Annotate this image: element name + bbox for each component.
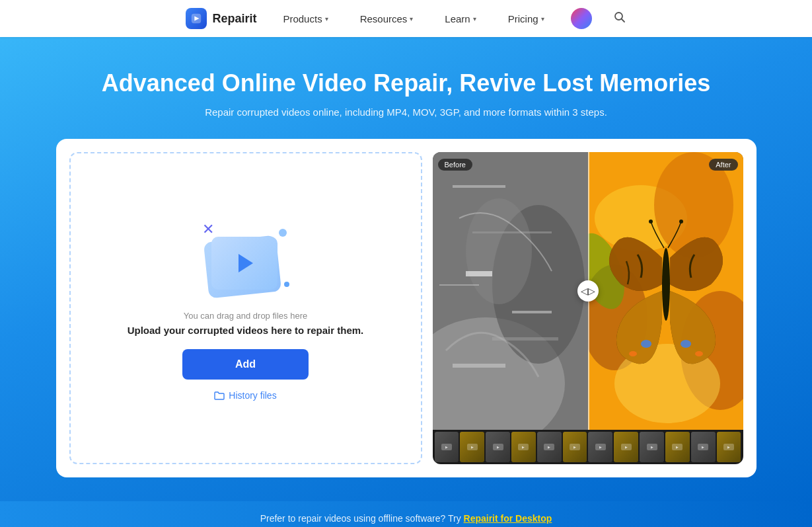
after-panel: After bbox=[588, 152, 743, 430]
hero-title: Advanced Online Video Repair, Revive Los… bbox=[13, 69, 799, 97]
folder-icon bbox=[214, 391, 225, 400]
nav-resources-label: Resources bbox=[360, 13, 408, 24]
desktop-link[interactable]: Repairit for Desktop bbox=[464, 513, 552, 524]
upload-panel[interactable]: ✕ You can drag and drop files here Uploa… bbox=[69, 152, 422, 464]
svg-rect-7 bbox=[453, 185, 505, 188]
film-thumb-6 bbox=[563, 432, 587, 462]
svg-point-24 bbox=[641, 340, 651, 348]
svg-rect-9 bbox=[439, 284, 479, 286]
svg-point-23 bbox=[679, 220, 683, 223]
svg-point-21 bbox=[662, 248, 670, 321]
svg-point-22 bbox=[649, 220, 653, 223]
navbar: Repairit Products ▾ Resources ▾ Learn ▾ … bbox=[0, 0, 812, 37]
video-repair-icon: ✕ bbox=[200, 216, 292, 295]
footer-text: Prefer to repair videos using offline so… bbox=[260, 513, 464, 524]
nav-pricing[interactable]: Pricing ▾ bbox=[503, 11, 550, 27]
before-badge: Before bbox=[438, 159, 472, 171]
filmstrip bbox=[433, 430, 743, 464]
film-thumb-4 bbox=[511, 432, 536, 462]
drag-drop-text: You can drag and drop files here bbox=[184, 311, 307, 321]
film-thumb-7 bbox=[588, 432, 612, 462]
main-card: ✕ You can drag and drop files here Uploa… bbox=[56, 139, 757, 477]
chevron-down-icon: ▾ bbox=[541, 15, 544, 22]
compare-handle[interactable]: ◁▷ bbox=[577, 280, 599, 302]
nav-products-label: Products bbox=[283, 13, 322, 24]
nav-resources[interactable]: Resources ▾ bbox=[355, 11, 419, 27]
svg-point-26 bbox=[681, 340, 691, 348]
chevron-down-icon: ▾ bbox=[473, 15, 476, 22]
film-thumb-2 bbox=[460, 432, 484, 462]
hero-subtitle: Repair corrupted videos online, includin… bbox=[13, 106, 799, 118]
after-badge: After bbox=[709, 159, 737, 171]
logo-text: Repairit bbox=[212, 12, 256, 26]
avatar[interactable] bbox=[571, 8, 592, 29]
svg-point-25 bbox=[629, 351, 637, 356]
film-thumb-9 bbox=[640, 432, 664, 462]
compare-area: Before ◁▷ bbox=[433, 152, 743, 430]
before-image bbox=[433, 152, 588, 430]
nav-learn[interactable]: Learn ▾ bbox=[439, 11, 481, 27]
film-thumb-5 bbox=[537, 432, 562, 462]
svg-rect-11 bbox=[466, 271, 492, 276]
svg-rect-13 bbox=[453, 364, 505, 368]
history-files-link[interactable]: History files bbox=[214, 390, 276, 401]
film-thumb-12 bbox=[717, 432, 741, 462]
upload-prompt: Upload your corrupted videos here to rep… bbox=[128, 325, 364, 336]
after-image bbox=[588, 152, 743, 430]
search-icon[interactable] bbox=[613, 11, 626, 27]
hero-section: Advanced Online Video Repair, Revive Los… bbox=[0, 37, 812, 501]
nav-products[interactable]: Products ▾ bbox=[277, 11, 333, 27]
chevron-down-icon: ▾ bbox=[325, 15, 328, 22]
svg-point-27 bbox=[695, 351, 703, 356]
film-thumb-3 bbox=[486, 432, 510, 462]
film-thumb-10 bbox=[665, 432, 690, 462]
chevron-down-icon: ▾ bbox=[410, 15, 413, 22]
before-panel: Before bbox=[433, 152, 588, 430]
logo-icon bbox=[186, 8, 207, 29]
svg-point-6 bbox=[466, 198, 532, 304]
logo[interactable]: Repairit bbox=[186, 8, 256, 29]
film-thumb-8 bbox=[614, 432, 638, 462]
add-button[interactable]: Add bbox=[182, 349, 309, 380]
nav-pricing-label: Pricing bbox=[508, 13, 538, 24]
svg-rect-12 bbox=[512, 311, 552, 313]
film-thumb-11 bbox=[691, 432, 716, 462]
svg-rect-8 bbox=[472, 231, 552, 233]
svg-line-2 bbox=[621, 19, 624, 22]
preview-panel: Before ◁▷ bbox=[433, 152, 743, 464]
upload-icon-area: ✕ bbox=[200, 216, 292, 295]
film-thumb-1 bbox=[435, 432, 459, 462]
history-files-label: History files bbox=[229, 390, 276, 401]
footer-bar: Prefer to repair videos using offline so… bbox=[0, 501, 812, 527]
nav-learn-label: Learn bbox=[445, 13, 470, 24]
